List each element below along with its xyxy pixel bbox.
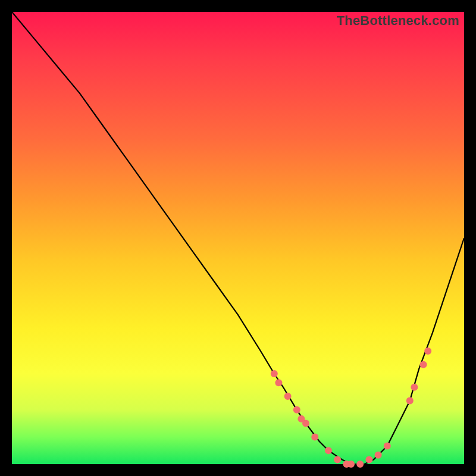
curve-marker — [302, 420, 309, 427]
curve-marker — [311, 433, 318, 440]
bottleneck-curve — [12, 12, 464, 464]
curve-marker — [365, 456, 372, 463]
curve-markers — [271, 347, 431, 468]
curve-marker — [384, 443, 391, 450]
curve-marker — [284, 393, 292, 400]
chart-frame: TheBottleneck.com — [12, 12, 464, 464]
curve-marker — [406, 397, 414, 405]
curve-marker — [271, 370, 278, 377]
curve-marker — [411, 384, 418, 391]
watermark-text: TheBottleneck.com — [337, 13, 459, 29]
curve-marker — [420, 361, 427, 368]
curve-marker — [334, 456, 341, 463]
curve-marker — [275, 379, 282, 386]
curve-marker — [325, 447, 332, 454]
curve-marker — [293, 406, 300, 414]
curve-marker — [347, 461, 355, 468]
curve-layer — [12, 12, 464, 464]
curve-marker — [375, 452, 382, 459]
curve-marker — [356, 461, 364, 468]
curve-marker — [424, 347, 431, 355]
